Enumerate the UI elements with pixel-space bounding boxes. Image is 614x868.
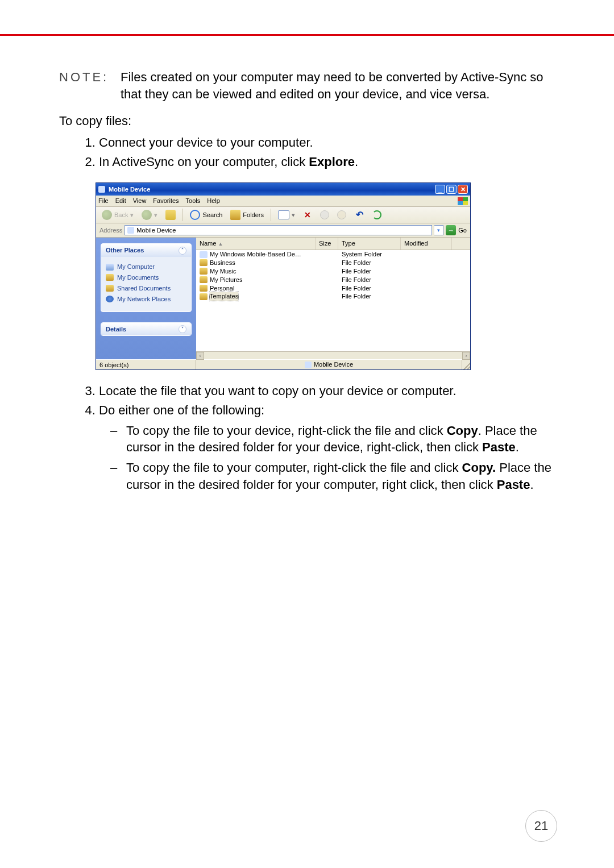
address-field[interactable]: Mobile Device: [125, 225, 432, 235]
scroll-right-button[interactable]: ›: [462, 352, 470, 360]
close-button[interactable]: ✕: [458, 185, 468, 194]
step-4: Do either one of the following: To copy …: [99, 402, 555, 493]
scroll-left-button[interactable]: ‹: [196, 352, 204, 360]
go-button[interactable]: →: [446, 225, 456, 235]
copy-icon: [320, 210, 329, 219]
folder-icon: [200, 293, 208, 300]
windows-flag-icon: [458, 197, 468, 205]
folder-icon: [200, 268, 208, 275]
go-label: Go: [458, 226, 467, 235]
paste-button[interactable]: [335, 209, 349, 221]
device-icon: [200, 251, 208, 258]
file-type: File Folder: [342, 292, 404, 301]
menu-view[interactable]: View: [133, 197, 147, 205]
back-button[interactable]: Back ▾: [99, 209, 136, 221]
menu-file[interactable]: File: [98, 197, 109, 205]
folder-icon: [106, 274, 114, 281]
search-label: Search: [202, 211, 222, 219]
table-row[interactable]: My Windows Mobile-Based De…System Folder: [196, 250, 470, 259]
up-button[interactable]: [163, 209, 178, 221]
views-button[interactable]: ▾: [276, 209, 297, 221]
table-row[interactable]: PersonalFile Folder: [196, 284, 470, 293]
step-2-pre: In ActiveSync on your computer, click: [99, 155, 309, 169]
details-title: Details: [106, 325, 126, 334]
table-row[interactable]: BusinessFile Folder: [196, 259, 470, 267]
refresh-button[interactable]: [370, 209, 384, 221]
step-4b: To copy the file to your computer, right…: [126, 459, 555, 493]
col-name-label: Name: [200, 240, 216, 247]
file-type: File Folder: [342, 259, 404, 267]
toolbar-separator: [271, 209, 271, 221]
computer-icon: [106, 264, 114, 271]
t: Paste: [497, 477, 530, 492]
file-name: My Music: [210, 267, 236, 276]
collapse-icon[interactable]: ˄: [179, 247, 186, 255]
file-name: Personal: [210, 284, 234, 293]
menu-favorites[interactable]: Favorites: [153, 197, 179, 205]
up-folder-icon: [165, 210, 176, 220]
resize-grip-icon[interactable]: [462, 360, 470, 369]
file-name: My Windows Mobile-Based De…: [210, 250, 301, 259]
sidebar-item-shared-documents[interactable]: Shared Documents: [106, 284, 186, 293]
table-row[interactable]: My PicturesFile Folder: [196, 276, 470, 284]
sidebar-item-label: My Computer: [117, 263, 155, 271]
address-label: Address: [99, 226, 122, 235]
delete-button[interactable]: ✕: [301, 209, 314, 221]
step-2: In ActiveSync on your computer, click Ex…: [99, 153, 555, 171]
step-4-text: Do either one of the following:: [99, 403, 264, 417]
forward-icon: [142, 210, 152, 220]
sidebar-item-label: My Documents: [117, 273, 159, 282]
table-row[interactable]: My MusicFile Folder: [196, 267, 470, 276]
file-name: Business: [210, 259, 235, 267]
folders-button[interactable]: Folders: [228, 209, 266, 221]
search-button[interactable]: Search: [188, 209, 225, 221]
details-header[interactable]: Details ˅: [101, 323, 191, 336]
note-block: NOTE: Files created on your computer may…: [59, 69, 555, 102]
table-row[interactable]: TemplatesFile Folder: [196, 292, 470, 301]
t: Paste: [482, 440, 516, 454]
folder-icon: [106, 285, 114, 292]
file-name: My Pictures: [210, 276, 242, 284]
folder-icon: [200, 285, 208, 292]
menu-bar: File Edit View Favorites Tools Help: [96, 196, 470, 207]
undo-button[interactable]: ↶: [352, 209, 367, 221]
step-1: Connect your device to your computer.: [99, 134, 555, 151]
window-titlebar[interactable]: Mobile Device _ ☐ ✕: [96, 183, 470, 196]
file-type: System Folder: [342, 250, 404, 259]
back-icon: [102, 210, 112, 220]
menu-tools[interactable]: Tools: [186, 197, 201, 205]
mobile-device-icon: [305, 362, 312, 368]
copy-files-intro: To copy files:: [59, 113, 555, 130]
sort-asc-icon: ▲: [218, 241, 223, 247]
col-modified[interactable]: Modified: [401, 238, 452, 250]
step-2-bold: Explore: [309, 155, 355, 169]
col-name[interactable]: Name ▲: [196, 238, 316, 250]
address-dropdown[interactable]: ▾: [434, 225, 443, 235]
menu-edit[interactable]: Edit: [115, 197, 126, 205]
refresh-icon: [372, 210, 381, 219]
file-type: File Folder: [342, 284, 404, 293]
col-size[interactable]: Size: [316, 238, 338, 250]
forward-button[interactable]: ▾: [139, 209, 160, 221]
note-label: NOTE:: [59, 69, 121, 102]
minimize-button[interactable]: _: [435, 185, 445, 194]
other-places-header[interactable]: Other Places ˄: [101, 244, 191, 257]
other-places-title: Other Places: [106, 246, 144, 255]
file-rows: My Windows Mobile-Based De…System Folder…: [196, 250, 470, 301]
t: .: [530, 477, 533, 492]
menu-help[interactable]: Help: [207, 197, 220, 205]
views-icon: [278, 210, 289, 219]
copy-button[interactable]: [318, 209, 331, 221]
expand-icon[interactable]: ˅: [179, 325, 186, 333]
col-type[interactable]: Type: [338, 238, 401, 250]
maximize-button[interactable]: ☐: [446, 185, 457, 194]
details-box: Details ˅: [101, 322, 192, 337]
sidebar-item-my-network-places[interactable]: My Network Places: [106, 295, 186, 304]
sidebar-item-my-documents[interactable]: My Documents: [106, 273, 186, 282]
status-location-label: Mobile Device: [314, 360, 353, 369]
file-list: Name ▲ Size Type Modified My Windows Mob…: [196, 238, 470, 359]
sidebar-item-my-computer[interactable]: My Computer: [106, 263, 186, 271]
address-value: Mobile Device: [136, 226, 176, 235]
horizontal-scrollbar[interactable]: ‹ ›: [196, 351, 470, 359]
chevron-down-icon: ▾: [130, 211, 134, 219]
